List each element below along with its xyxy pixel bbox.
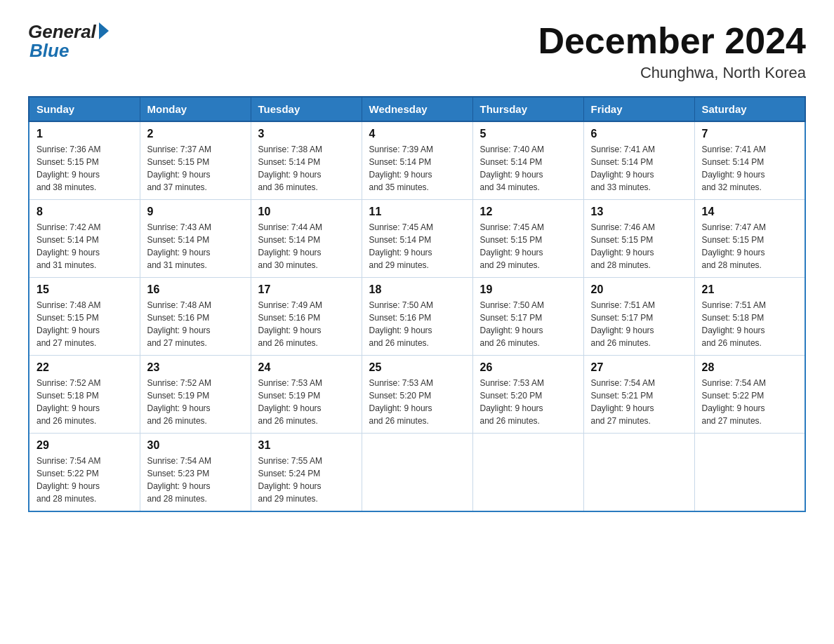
- day-info: Sunrise: 7:40 AMSunset: 5:14 PMDaylight:…: [480, 145, 544, 192]
- day-info: Sunrise: 7:48 AMSunset: 5:15 PMDaylight:…: [37, 300, 100, 348]
- calendar-week-1: 1 Sunrise: 7:36 AMSunset: 5:15 PMDayligh…: [29, 121, 805, 200]
- day-number: 19: [480, 283, 576, 296]
- calendar-cell: 8 Sunrise: 7:42 AMSunset: 5:14 PMDayligh…: [29, 200, 140, 278]
- day-info: Sunrise: 7:50 AMSunset: 5:16 PMDaylight:…: [369, 300, 433, 348]
- calendar-cell: 1 Sunrise: 7:36 AMSunset: 5:15 PMDayligh…: [29, 121, 140, 200]
- calendar-cell: 13 Sunrise: 7:46 AMSunset: 5:15 PMDaylig…: [583, 200, 694, 278]
- calendar-cell: [583, 434, 694, 512]
- day-number: 3: [258, 128, 355, 140]
- day-number: 25: [369, 361, 465, 374]
- day-info: Sunrise: 7:49 AMSunset: 5:16 PMDaylight:…: [258, 300, 322, 348]
- day-number: 14: [702, 206, 798, 218]
- day-number: 10: [258, 206, 355, 218]
- day-number: 17: [258, 283, 355, 296]
- calendar-cell: 29 Sunrise: 7:54 AMSunset: 5:22 PMDaylig…: [29, 434, 140, 512]
- day-info: Sunrise: 7:37 AMSunset: 5:15 PMDaylight:…: [147, 145, 211, 192]
- calendar-cell: 17 Sunrise: 7:49 AMSunset: 5:16 PMDaylig…: [251, 278, 362, 356]
- day-info: Sunrise: 7:44 AMSunset: 5:14 PMDaylight:…: [258, 222, 322, 270]
- day-info: Sunrise: 7:45 AMSunset: 5:14 PMDaylight:…: [369, 222, 433, 270]
- day-number: 16: [147, 283, 244, 296]
- day-info: Sunrise: 7:54 AMSunset: 5:22 PMDaylight:…: [37, 456, 100, 504]
- day-number: 12: [480, 206, 576, 218]
- calendar-cell: 21 Sunrise: 7:51 AMSunset: 5:18 PMDaylig…: [694, 278, 805, 356]
- header-monday: Monday: [140, 97, 251, 121]
- header-friday: Friday: [583, 97, 694, 121]
- calendar-cell: 6 Sunrise: 7:41 AMSunset: 5:14 PMDayligh…: [583, 121, 694, 200]
- calendar-week-3: 15 Sunrise: 7:48 AMSunset: 5:15 PMDaylig…: [29, 278, 805, 356]
- day-number: 29: [37, 439, 133, 452]
- day-info: Sunrise: 7:55 AMSunset: 5:24 PMDaylight:…: [258, 456, 322, 504]
- day-info: Sunrise: 7:53 AMSunset: 5:19 PMDaylight:…: [258, 378, 322, 426]
- day-number: 4: [369, 128, 465, 140]
- day-info: Sunrise: 7:41 AMSunset: 5:14 PMDaylight:…: [702, 145, 766, 192]
- calendar-cell: 3 Sunrise: 7:38 AMSunset: 5:14 PMDayligh…: [251, 121, 362, 200]
- day-info: Sunrise: 7:50 AMSunset: 5:17 PMDaylight:…: [480, 300, 544, 348]
- day-info: Sunrise: 7:36 AMSunset: 5:15 PMDaylight:…: [37, 145, 100, 192]
- calendar-cell: 18 Sunrise: 7:50 AMSunset: 5:16 PMDaylig…: [362, 278, 472, 356]
- day-number: 27: [591, 361, 687, 374]
- day-info: Sunrise: 7:41 AMSunset: 5:14 PMDaylight:…: [591, 145, 655, 192]
- day-info: Sunrise: 7:53 AMSunset: 5:20 PMDaylight:…: [480, 378, 544, 426]
- calendar-cell: 12 Sunrise: 7:45 AMSunset: 5:15 PMDaylig…: [472, 200, 583, 278]
- calendar-cell: 26 Sunrise: 7:53 AMSunset: 5:20 PMDaylig…: [472, 356, 583, 434]
- day-number: 1: [37, 128, 133, 140]
- calendar-cell: 22 Sunrise: 7:52 AMSunset: 5:18 PMDaylig…: [29, 356, 140, 434]
- day-number: 5: [480, 128, 576, 140]
- calendar-title: December 2024: [538, 21, 806, 61]
- day-number: 15: [37, 283, 133, 296]
- calendar-cell: 19 Sunrise: 7:50 AMSunset: 5:17 PMDaylig…: [472, 278, 583, 356]
- calendar-cell: 7 Sunrise: 7:41 AMSunset: 5:14 PMDayligh…: [694, 121, 805, 200]
- day-info: Sunrise: 7:42 AMSunset: 5:14 PMDaylight:…: [37, 222, 100, 270]
- calendar-cell: 25 Sunrise: 7:53 AMSunset: 5:20 PMDaylig…: [362, 356, 472, 434]
- calendar-cell: [694, 434, 805, 512]
- calendar-cell: 24 Sunrise: 7:53 AMSunset: 5:19 PMDaylig…: [251, 356, 362, 434]
- day-number: 11: [369, 206, 465, 218]
- logo-arrow-icon: [99, 22, 109, 39]
- calendar-cell: 15 Sunrise: 7:48 AMSunset: 5:15 PMDaylig…: [29, 278, 140, 356]
- day-info: Sunrise: 7:39 AMSunset: 5:14 PMDaylight:…: [369, 145, 433, 192]
- day-number: 21: [702, 283, 798, 296]
- day-info: Sunrise: 7:52 AMSunset: 5:18 PMDaylight:…: [37, 378, 100, 426]
- page-header: General Blue December 2024 Chunghwa, Nor…: [28, 21, 806, 82]
- day-number: 22: [37, 361, 133, 374]
- calendar-cell: 23 Sunrise: 7:52 AMSunset: 5:19 PMDaylig…: [140, 356, 251, 434]
- day-number: 20: [591, 283, 687, 296]
- calendar-cell: 28 Sunrise: 7:54 AMSunset: 5:22 PMDaylig…: [694, 356, 805, 434]
- calendar-cell: 2 Sunrise: 7:37 AMSunset: 5:15 PMDayligh…: [140, 121, 251, 200]
- day-info: Sunrise: 7:53 AMSunset: 5:20 PMDaylight:…: [369, 378, 433, 426]
- calendar-week-5: 29 Sunrise: 7:54 AMSunset: 5:22 PMDaylig…: [29, 434, 805, 512]
- calendar-cell: 27 Sunrise: 7:54 AMSunset: 5:21 PMDaylig…: [583, 356, 694, 434]
- day-info: Sunrise: 7:51 AMSunset: 5:18 PMDaylight:…: [702, 300, 766, 348]
- calendar-cell: 4 Sunrise: 7:39 AMSunset: 5:14 PMDayligh…: [362, 121, 472, 200]
- calendar-cell: [472, 434, 583, 512]
- logo-blue-text: Blue: [29, 40, 69, 62]
- day-number: 24: [258, 361, 355, 374]
- calendar-cell: 16 Sunrise: 7:48 AMSunset: 5:16 PMDaylig…: [140, 278, 251, 356]
- day-number: 28: [702, 361, 798, 374]
- calendar-cell: 10 Sunrise: 7:44 AMSunset: 5:14 PMDaylig…: [251, 200, 362, 278]
- day-info: Sunrise: 7:43 AMSunset: 5:14 PMDaylight:…: [147, 222, 211, 270]
- header-tuesday: Tuesday: [251, 97, 362, 121]
- day-number: 23: [147, 361, 244, 374]
- logo: General Blue: [28, 21, 109, 62]
- calendar-cell: 14 Sunrise: 7:47 AMSunset: 5:15 PMDaylig…: [694, 200, 805, 278]
- day-number: 8: [37, 206, 133, 218]
- calendar-table: SundayMondayTuesdayWednesdayThursdayFrid…: [28, 96, 806, 512]
- day-info: Sunrise: 7:45 AMSunset: 5:15 PMDaylight:…: [480, 222, 544, 270]
- day-info: Sunrise: 7:46 AMSunset: 5:15 PMDaylight:…: [591, 222, 655, 270]
- day-info: Sunrise: 7:38 AMSunset: 5:14 PMDaylight:…: [258, 145, 322, 192]
- day-info: Sunrise: 7:54 AMSunset: 5:23 PMDaylight:…: [147, 456, 211, 504]
- header-sunday: Sunday: [29, 97, 140, 121]
- calendar-cell: 30 Sunrise: 7:54 AMSunset: 5:23 PMDaylig…: [140, 434, 251, 512]
- day-info: Sunrise: 7:47 AMSunset: 5:15 PMDaylight:…: [702, 222, 766, 270]
- day-info: Sunrise: 7:54 AMSunset: 5:21 PMDaylight:…: [591, 378, 655, 426]
- calendar-header-row: SundayMondayTuesdayWednesdayThursdayFrid…: [29, 97, 805, 121]
- header-saturday: Saturday: [694, 97, 805, 121]
- calendar-subtitle: Chunghwa, North Korea: [538, 64, 806, 82]
- day-number: 26: [480, 361, 576, 374]
- calendar-cell: 9 Sunrise: 7:43 AMSunset: 5:14 PMDayligh…: [140, 200, 251, 278]
- day-info: Sunrise: 7:48 AMSunset: 5:16 PMDaylight:…: [147, 300, 211, 348]
- calendar-week-2: 8 Sunrise: 7:42 AMSunset: 5:14 PMDayligh…: [29, 200, 805, 278]
- calendar-cell: 11 Sunrise: 7:45 AMSunset: 5:14 PMDaylig…: [362, 200, 472, 278]
- day-info: Sunrise: 7:52 AMSunset: 5:19 PMDaylight:…: [147, 378, 211, 426]
